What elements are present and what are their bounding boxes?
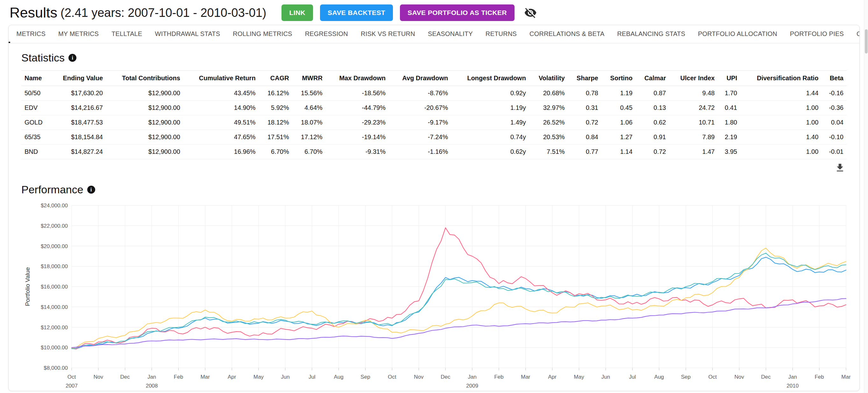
table-cell: 1.00 <box>740 115 822 130</box>
table-cell: -44.79% <box>326 101 389 115</box>
column-header-ending-value: Ending Value <box>51 71 106 86</box>
table-cell: 49.51% <box>183 115 259 130</box>
tab-correlations-beta[interactable]: CORRELATIONS & BETA <box>523 25 611 43</box>
table-cell: EDV <box>21 101 51 115</box>
performance-title-text: Performance <box>21 183 84 196</box>
svg-text:Jan: Jan <box>148 374 156 380</box>
svg-text:Oct: Oct <box>388 374 396 380</box>
table-cell: 50/50 <box>21 86 51 101</box>
table-cell: 32.97% <box>529 101 568 115</box>
table-cell: 0.62 <box>636 115 669 130</box>
info-icon[interactable]: i <box>68 54 76 62</box>
table-cell: 4.64% <box>292 101 326 115</box>
performance-chart[interactable]: $8,000.00$10,000.00$12,000.00$14,000.00$… <box>21 202 847 391</box>
tab-rolling-metrics[interactable]: ROLLING METRICS <box>226 25 298 43</box>
table-cell: -29.23% <box>326 115 389 130</box>
svg-text:Jul: Jul <box>629 374 636 380</box>
table-cell: 47.65% <box>183 130 259 145</box>
svg-text:Jun: Jun <box>601 374 610 380</box>
table-cell: $12,900.00 <box>106 145 183 159</box>
column-header-volatility: Volatility <box>529 71 568 86</box>
link-button[interactable]: LINK <box>281 4 313 21</box>
tab-regression[interactable]: REGRESSION <box>299 25 354 43</box>
table-row-65-35: 65/35$18,154.84$12,900.0047.65%17.51%17.… <box>21 130 847 145</box>
svg-text:Aug: Aug <box>654 374 664 380</box>
page-scrollbar-track[interactable] <box>864 0 868 393</box>
table-cell: -9.31% <box>326 145 389 159</box>
svg-text:Jan: Jan <box>788 374 797 380</box>
svg-text:Sep: Sep <box>681 374 691 380</box>
statistics-title-text: Statistics <box>21 52 65 64</box>
table-cell: 0.78 <box>568 86 601 101</box>
tab-portfolio-pies[interactable]: PORTFOLIO PIES <box>784 25 850 43</box>
svg-text:Dec: Dec <box>761 374 771 380</box>
table-cell: -18.56% <box>326 86 389 101</box>
svg-text:Feb: Feb <box>494 374 503 380</box>
table-cell: 0.62y <box>451 145 529 159</box>
save-portfolio-as-ticker-button[interactable]: SAVE PORTFOLIO AS TICKER <box>400 4 515 21</box>
svg-text:Jun: Jun <box>281 374 289 380</box>
save-backtest-button[interactable]: SAVE BACKTEST <box>320 4 393 21</box>
table-cell: 6.70% <box>259 145 292 159</box>
tab-returns[interactable]: RETURNS <box>479 25 523 43</box>
statistics-title: Statistics i <box>21 52 847 64</box>
table-cell: 16.12% <box>259 86 292 101</box>
tab-rebalancing-stats[interactable]: REBALANCING STATS <box>611 25 691 43</box>
table-cell: 1.49y <box>451 115 529 130</box>
statistics-section: Statistics i NameEnding ValueTotal Contr… <box>9 43 859 175</box>
table-cell: 1.14 <box>601 145 636 159</box>
column-header-sortino: Sortino <box>601 71 636 86</box>
table-cell: 1.19 <box>601 86 636 101</box>
svg-text:Oct: Oct <box>67 374 76 380</box>
svg-text:$10,000.00: $10,000.00 <box>41 344 68 351</box>
svg-text:Sep: Sep <box>361 374 370 380</box>
table-cell: 18.12% <box>259 115 292 130</box>
table-cell: -19.14% <box>326 130 389 145</box>
table-cell: 0.74y <box>451 130 529 145</box>
tab-risk-vs-return[interactable]: RISK VS RETURN <box>354 25 422 43</box>
info-icon[interactable]: i <box>87 186 95 193</box>
series-gold <box>72 248 846 348</box>
table-cell: -0.16 <box>822 86 847 101</box>
table-cell: -9.17% <box>389 115 451 130</box>
header-buttons: LINKSAVE BACKTESTSAVE PORTFOLIO AS TICKE… <box>275 4 514 21</box>
table-cell: 5.92% <box>259 101 292 115</box>
column-header-beta: Beta <box>822 71 847 86</box>
svg-text:$24,000.00: $24,000.00 <box>41 203 68 209</box>
svg-text:Apr: Apr <box>548 374 557 380</box>
svg-text:Mar: Mar <box>841 374 850 380</box>
table-cell: 0.41 <box>718 101 740 115</box>
tab-metrics[interactable]: METRICS <box>10 25 52 43</box>
column-header-name: Name <box>21 71 51 86</box>
tab-telltale[interactable]: TELLTALE <box>105 25 148 43</box>
tab-portfolio-allocation[interactable]: PORTFOLIO ALLOCATION <box>691 25 784 43</box>
table-cell: 7.89 <box>669 130 718 145</box>
table-cell: 16.96% <box>183 145 259 159</box>
page-scrollbar-thumb[interactable] <box>865 29 868 54</box>
svg-text:Feb: Feb <box>174 374 183 380</box>
tab-withdrawal-stats[interactable]: WITHDRAWAL STATS <box>149 25 227 43</box>
tab-cashflows[interactable]: CASHFLOWS <box>850 25 860 43</box>
svg-text:Aug: Aug <box>334 374 343 380</box>
table-cell: $12,900.00 <box>106 115 183 130</box>
svg-text:Jan: Jan <box>468 374 476 380</box>
table-cell: $12,900.00 <box>106 130 183 145</box>
table-cell: 20.68% <box>529 86 568 101</box>
eye-off-icon[interactable] <box>524 6 537 19</box>
table-cell: 0.91 <box>636 130 669 145</box>
table-cell: 3.95 <box>718 145 740 159</box>
table-cell: $12,900.00 <box>106 101 183 115</box>
table-cell: BND <box>21 145 51 159</box>
tab-seasonality[interactable]: SEASONALITY <box>422 25 479 43</box>
table-cell: -0.01 <box>822 145 847 159</box>
svg-text:$16,000.00: $16,000.00 <box>41 284 68 290</box>
table-cell: 1.80 <box>718 115 740 130</box>
table-cell: -0.10 <box>822 130 847 145</box>
table-cell: $18,477.53 <box>51 115 106 130</box>
svg-text:$18,000.00: $18,000.00 <box>41 263 68 269</box>
tab-my-metrics[interactable]: MY METRICS <box>52 25 105 43</box>
svg-text:May: May <box>253 374 264 380</box>
svg-text:Oct: Oct <box>708 374 717 380</box>
download-icon[interactable] <box>835 162 845 173</box>
performance-chart-svg: $8,000.00$10,000.00$12,000.00$14,000.00$… <box>21 202 850 391</box>
